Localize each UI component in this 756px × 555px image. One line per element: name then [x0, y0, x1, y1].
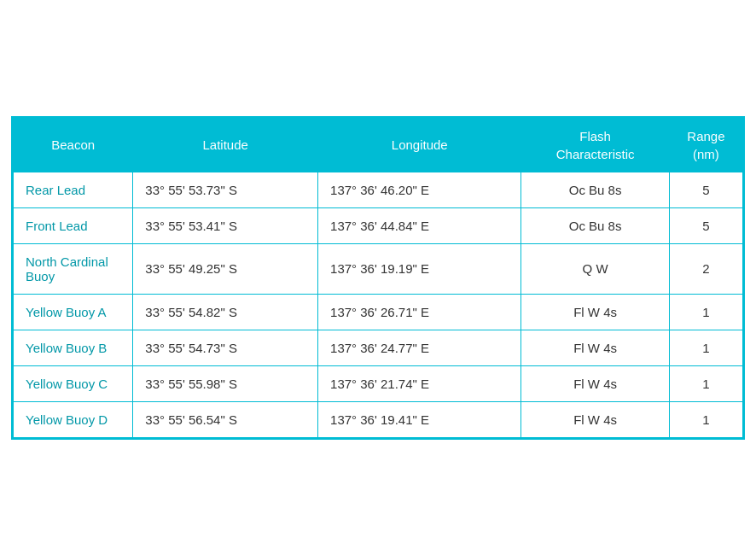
col-header-longitude: Longitude [318, 118, 521, 172]
cell-longitude: 137° 36' 19.19" E [318, 243, 521, 294]
col-header-beacon: Beacon [13, 118, 133, 172]
cell-latitude: 33° 55' 54.82" S [133, 294, 318, 330]
cell-range: 1 [669, 365, 743, 401]
col-header-latitude: Latitude [133, 118, 318, 172]
cell-beacon: Yellow Buoy A [13, 294, 133, 330]
table-row: North Cardinal Buoy33° 55' 49.25" S137° … [13, 243, 743, 294]
cell-range: 5 [669, 172, 743, 207]
cell-latitude: 33° 55' 54.73" S [133, 330, 318, 365]
cell-flash: Q W [521, 243, 669, 294]
cell-beacon: North Cardinal Buoy [13, 243, 133, 294]
cell-longitude: 137° 36' 24.77" E [318, 330, 521, 365]
cell-range: 1 [669, 294, 743, 330]
table-row: Rear Lead33° 55' 53.73" S137° 36' 46.20"… [13, 172, 743, 207]
cell-range: 5 [669, 207, 743, 243]
cell-latitude: 33° 55' 55.98" S [133, 365, 318, 401]
cell-latitude: 33° 55' 49.25" S [133, 243, 318, 294]
cell-flash: Fl W 4s [521, 294, 669, 330]
cell-longitude: 137° 36' 46.20" E [318, 172, 521, 207]
cell-flash: Oc Bu 8s [521, 172, 669, 207]
cell-beacon: Yellow Buoy C [13, 365, 133, 401]
cell-beacon: Yellow Buoy B [13, 330, 133, 365]
col-header-flash: FlashCharacteristic [521, 118, 669, 172]
table-row: Yellow Buoy B33° 55' 54.73" S137° 36' 24… [13, 330, 743, 365]
cell-longitude: 137° 36' 19.41" E [318, 401, 521, 438]
beacon-table-container: Beacon Latitude Longitude FlashCharacter… [11, 116, 745, 440]
cell-beacon: Yellow Buoy D [13, 401, 133, 438]
cell-longitude: 137° 36' 44.84" E [318, 207, 521, 243]
cell-latitude: 33° 55' 53.41" S [133, 207, 318, 243]
cell-latitude: 33° 55' 56.54" S [133, 401, 318, 438]
cell-longitude: 137° 36' 26.71" E [318, 294, 521, 330]
table-body: Rear Lead33° 55' 53.73" S137° 36' 46.20"… [13, 172, 743, 438]
cell-latitude: 33° 55' 53.73" S [133, 172, 318, 207]
cell-range: 2 [669, 243, 743, 294]
table-row: Front Lead33° 55' 53.41" S137° 36' 44.84… [13, 207, 743, 243]
cell-flash: Oc Bu 8s [521, 207, 669, 243]
cell-longitude: 137° 36' 21.74" E [318, 365, 521, 401]
header-row: Beacon Latitude Longitude FlashCharacter… [13, 118, 743, 172]
cell-beacon: Rear Lead [13, 172, 133, 207]
cell-range: 1 [669, 330, 743, 365]
cell-beacon: Front Lead [13, 207, 133, 243]
cell-flash: Fl W 4s [521, 401, 669, 438]
col-header-range: Range(nm) [669, 118, 743, 172]
cell-range: 1 [669, 401, 743, 438]
cell-flash: Fl W 4s [521, 365, 669, 401]
table-row: Yellow Buoy D33° 55' 56.54" S137° 36' 19… [13, 401, 743, 438]
table-row: Yellow Buoy A33° 55' 54.82" S137° 36' 26… [13, 294, 743, 330]
table-row: Yellow Buoy C33° 55' 55.98" S137° 36' 21… [13, 365, 743, 401]
table-header: Beacon Latitude Longitude FlashCharacter… [13, 118, 743, 172]
cell-flash: Fl W 4s [521, 330, 669, 365]
beacon-table: Beacon Latitude Longitude FlashCharacter… [12, 117, 744, 439]
